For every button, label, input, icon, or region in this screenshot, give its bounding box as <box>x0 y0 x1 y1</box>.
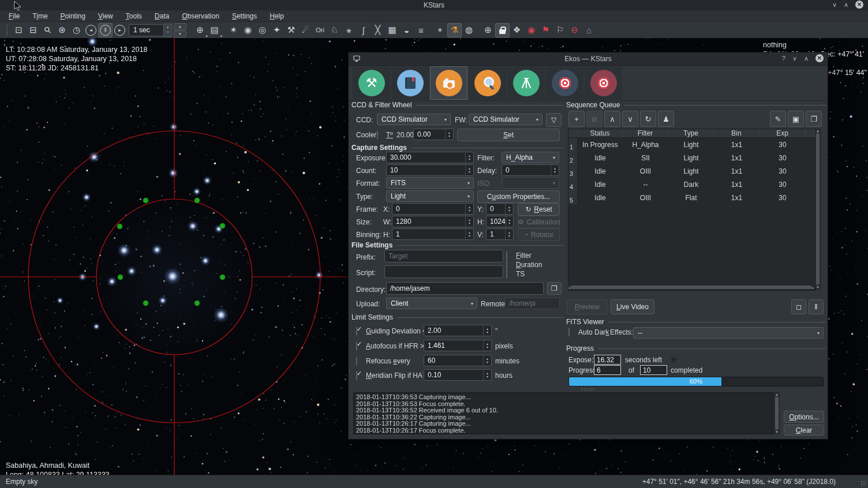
toggle-ecliptic-icon[interactable]: ◍ <box>462 23 476 37</box>
sequence-row[interactable]: 1In ProgressH_AlphaLight1x130 <box>568 138 815 151</box>
stop-capture-button[interactable]: ◻ <box>791 299 806 314</box>
sequence-row[interactable]: 5IdleOIIIFlat1x130 <box>568 191 815 204</box>
pause-capture-button[interactable]: ‖ <box>809 299 824 314</box>
toggle-supernovae-icon[interactable]: ◎ <box>255 23 270 37</box>
tab-align[interactable] <box>546 66 583 100</box>
menu-file[interactable]: File <box>2 11 26 21</box>
clear-button[interactable]: Clear <box>784 425 824 436</box>
toggle-comets-icon[interactable]: ☄ <box>298 23 313 37</box>
menu-data[interactable]: Data <box>148 11 175 21</box>
sky-object-marker[interactable] <box>194 301 200 306</box>
set-temperature-button[interactable]: Set <box>457 129 560 141</box>
meridian-flip-input[interactable]: 0.10▴▾ <box>424 369 492 381</box>
cooler-checkbox[interactable] <box>377 130 378 140</box>
ccd-select[interactable]: CCD Simulator▾ <box>377 114 451 125</box>
sequence-row[interactable]: 2IdleSIILight1x130 <box>568 151 815 164</box>
toggle-stars-icon[interactable]: ✶ <box>226 23 241 37</box>
timestep-input[interactable]: 1 sec <box>129 24 163 36</box>
sky-object-marker[interactable] <box>194 198 200 203</box>
toggle-equatorial-grid-icon[interactable]: ▦ <box>385 23 399 37</box>
custom-properties-button[interactable]: Custom Properties... <box>477 190 560 203</box>
views-icon[interactable]: ▤▾ <box>207 23 222 37</box>
toggle-constellation-boundaries-icon[interactable]: ╳ <box>371 23 385 37</box>
filter-suffix-checkbox[interactable] <box>506 251 507 260</box>
sequence-hscrollbar[interactable]: ◂▸ <box>568 284 814 290</box>
find-object-icon[interactable]: ⚲ <box>40 23 55 37</box>
toolbar-handle[interactable] <box>6 24 8 36</box>
binning-v-input[interactable]: 1▴▾ <box>486 228 514 240</box>
toggle-constellation-art-icon[interactable]: ♘ <box>327 23 342 37</box>
menu-view[interactable]: View <box>92 11 119 21</box>
snap-mode-icon[interactable]: ❖ <box>510 23 524 37</box>
sky-object-marker[interactable] <box>118 275 123 280</box>
menu-pointing[interactable]: Pointing <box>54 11 92 21</box>
close-button[interactable]: ✕ <box>855 1 863 9</box>
directory-input[interactable]: /home/jasem <box>386 282 544 295</box>
menu-help[interactable]: Help <box>263 11 290 21</box>
disable-marks-icon[interactable]: ⊖ <box>567 23 582 37</box>
menu-time[interactable]: Time <box>26 11 54 21</box>
browse-directory-button[interactable]: ❐ <box>547 282 562 295</box>
sky-object-marker[interactable] <box>143 301 148 306</box>
ekos-close-button[interactable]: ✕ <box>815 54 824 62</box>
frame-y-input[interactable]: 0▴▾ <box>486 203 514 215</box>
save-sequence-icon[interactable]: ▣ <box>788 111 804 127</box>
tab-guide[interactable] <box>585 66 622 100</box>
tab-scheduler[interactable] <box>391 66 429 100</box>
menu-observation[interactable]: Observation <box>175 11 226 21</box>
sky-object-marker[interactable] <box>220 223 225 228</box>
script-input[interactable] <box>384 265 503 278</box>
menu-settings[interactable]: Settings <box>226 11 263 21</box>
pause-icon[interactable]: ‖ <box>98 23 113 37</box>
lock-position-icon[interactable] <box>495 23 510 37</box>
filter-wheel-select[interactable]: CCD Simulator▾ <box>469 114 542 125</box>
ekos-help-button[interactable]: ? <box>782 55 785 62</box>
ekos-minimize-button[interactable]: ∨ <box>792 55 797 62</box>
timestep-plus-minus[interactable]: +− <box>163 24 172 37</box>
set-time-icon[interactable]: ◷ <box>69 23 84 37</box>
live-video-button[interactable]: Live Video <box>611 299 654 314</box>
meridian-flip-checkbox[interactable] <box>356 371 357 380</box>
ekos-titlebar[interactable]: Ekos — KStars ? ∨ ∧ ✕ <box>349 52 828 66</box>
sequence-row[interactable]: 3IdleOIIILight1x130 <box>568 164 815 178</box>
job-down-icon[interactable]: ∨ <box>622 111 638 127</box>
resize-grip[interactable] <box>860 481 866 486</box>
filter-select[interactable]: H_Alpha▾ <box>502 152 559 163</box>
frame-height-input[interactable]: 1024▴▾ <box>486 216 514 227</box>
save-sequence-as-icon[interactable]: ✎ <box>770 111 786 127</box>
toggle-labels-icon[interactable]: ≡ <box>414 23 428 37</box>
upload-mode-select[interactable]: Client▾ <box>386 298 477 309</box>
autofocus-hfr-checkbox[interactable] <box>356 341 357 351</box>
toggle-asteroids-icon[interactable]: ⚒ <box>284 23 298 37</box>
toggle-ground-icon[interactable]: ◒ <box>399 23 414 37</box>
binning-h-input[interactable]: 1▴▾ <box>392 228 474 240</box>
tab-setup[interactable]: ⚒ <box>353 66 390 100</box>
count-input[interactable]: 10▴▾ <box>386 164 474 176</box>
reset-jobs-icon[interactable]: ↻ <box>640 111 656 127</box>
tab-capture[interactable] <box>430 66 467 100</box>
toggle-constellation-names-icon[interactable]: Ori <box>313 23 327 37</box>
timestep-down-button[interactable]: ▼ <box>174 31 186 37</box>
refocus-every-checkbox[interactable] <box>356 356 357 366</box>
tab-mount[interactable] <box>507 66 545 100</box>
guiding-deviation-checkbox[interactable] <box>356 326 357 336</box>
zoom-fit-icon[interactable]: ⊡ <box>12 23 26 37</box>
filter-manager-button[interactable]: ▽ <box>546 113 562 127</box>
toggle-milky-way-icon[interactable]: ∫ <box>356 23 371 37</box>
step-backward-icon[interactable]: ◂ <box>84 23 98 37</box>
delay-input[interactable]: 0▴▾ <box>502 164 559 176</box>
sky-object-marker[interactable] <box>117 224 122 229</box>
ts-suffix-checkbox[interactable] <box>506 269 507 279</box>
frame-width-input[interactable]: 1280▴▾ <box>392 216 474 227</box>
job-up-icon[interactable]: ∧ <box>604 111 620 127</box>
frame-x-input[interactable]: 0▴▾ <box>392 203 474 215</box>
exposure-input[interactable]: 30.000▴▾ <box>386 152 474 163</box>
mount-control-icon[interactable]: ⌖ <box>433 23 447 37</box>
geolocation-icon[interactable]: ⊛ <box>55 23 69 37</box>
add-flag-icon[interactable]: ⚑ <box>538 23 553 37</box>
toggle-satellites-icon[interactable]: ✦ <box>270 23 284 37</box>
timestep-up-button[interactable]: ▲ <box>174 23 186 30</box>
reset-frame-button[interactable]: ↻Reset <box>518 203 560 216</box>
tab-focus[interactable] <box>469 66 506 100</box>
observatory-icon[interactable]: ⌂ <box>582 23 596 37</box>
